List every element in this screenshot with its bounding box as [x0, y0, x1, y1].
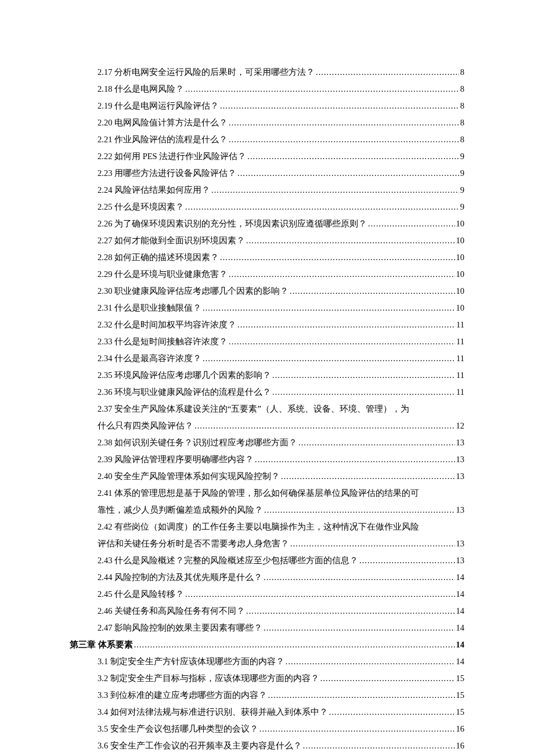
toc-page-ref: 14 [456, 636, 465, 653]
toc-leader [203, 350, 455, 367]
toc-entry[interactable]: 2.43 什么是风险概述？完整的风险概述应至少包括哪些方面的信息？13 [70, 552, 464, 569]
toc-entry[interactable]: 3.2 制定安全生产目标与指标，应该体现哪些方面的内容？15 [70, 670, 464, 687]
toc-entry-label: 2.31 什么是职业接触限值？ [98, 300, 201, 316]
toc-entry[interactable]: 2.23 用哪些方法进行设备风险评估？9 [70, 165, 464, 182]
toc-entry[interactable]: 3.4 如何对法律法规与标准进行识别、获得并融入到体系中？15 [70, 704, 464, 721]
toc-entry[interactable]: 2.44 风险控制的方法及其优先顺序是什么？14 [70, 569, 464, 586]
toc-leader [229, 266, 455, 283]
toc-page-ref: 9 [460, 199, 464, 215]
toc-entry-label: 2.40 安全生产风险管理体系如何实现风险控制？ [98, 468, 280, 485]
toc-entry-label: 2.33 什么是短时间接触容许浓度？ [98, 333, 228, 350]
toc-page-ref: 11 [456, 333, 464, 350]
toc-leader [259, 721, 455, 737]
toc-entry[interactable]: 2.21 作业风险评估的流程是什么？8 [70, 131, 464, 148]
toc-entry[interactable]: 2.29 什么是环境与职业健康危害？10 [70, 266, 464, 283]
toc-page-ref: 13 [456, 552, 465, 569]
toc-page-ref: 10 [456, 232, 465, 249]
toc-entry-label: 2.29 什么是环境与职业健康危害？ [98, 266, 228, 283]
toc-entry[interactable]: 2.36 环境与职业健康风险评估的流程是什么？11 [70, 384, 464, 401]
toc-entry[interactable]: 2.32 什么是时间加权平均容许浓度？11 [70, 316, 464, 333]
toc-entry-label: 3.5 安全生产会议包括哪几种类型的会议？ [98, 721, 258, 737]
toc-leader [298, 434, 455, 451]
toc-page-ref: 14 [456, 569, 465, 586]
toc-entry[interactable]: 2.39 风险评估管理程序要明确哪些内容？13 [70, 451, 464, 468]
toc-entry[interactable]: 2.18 什么是电网风险？8 [70, 81, 464, 98]
toc-page-ref: 10 [456, 300, 465, 316]
toc-entry[interactable]: 3.5 安全生产会议包括哪几种类型的会议？16 [70, 721, 464, 737]
toc-entry[interactable]: 靠性，减少人员判断偏差造成额外的风险？13 [70, 502, 464, 519]
toc-entry[interactable]: 2.31 什么是职业接触限值？10 [70, 300, 464, 316]
toc-entry[interactable]: 3.6 安全生产工作会议的召开频率及主要内容是什么？16 [70, 737, 464, 754]
toc-entry-title: 靠性，减少人员判断偏差造成额外的风险？ [98, 502, 263, 519]
toc-chapter[interactable]: 第三章 体系要素14 [70, 636, 464, 653]
toc-page-ref: 14 [456, 586, 465, 603]
toc-page-ref: 9 [460, 148, 464, 165]
toc-page-ref: 15 [456, 704, 465, 721]
toc-entry[interactable]: 2.20 电网风险值计算方法是什么？8 [70, 114, 464, 131]
toc-entry[interactable]: 2.34 什么是最高容许浓度？11 [70, 350, 464, 367]
toc-entry[interactable]: 2.17 分析电网安全运行风险的后果时，可采用哪些方法？8 [70, 64, 464, 81]
toc-leader [255, 451, 455, 468]
toc-entry[interactable]: 2.28 如何正确的描述环境因素？10 [70, 249, 464, 266]
toc-page-ref: 15 [456, 670, 465, 687]
toc-leader [185, 199, 459, 215]
toc-entry[interactable]: 2.26 为了确保环境因素识别的充分性，环境因素识别应遵循哪些原则？10 [70, 215, 464, 232]
toc-entry[interactable]: 2.45 什么是风险转移？14 [70, 586, 464, 603]
toc-leader [268, 687, 455, 704]
toc-entry-label: 2.34 什么是最高容许浓度？ [98, 350, 201, 367]
toc-entry[interactable]: 3.1 制定安全生产方针应该体现哪些方面的内容？14 [70, 653, 464, 670]
toc-entry-label: 3.1 制定安全生产方针应该体现哪些方面的内容？ [98, 653, 284, 670]
toc-leader [303, 737, 455, 754]
toc-page-ref: 8 [460, 81, 464, 98]
toc-leader [185, 586, 455, 603]
toc-leader [290, 535, 455, 552]
toc-entry-line1[interactable]: 2.42 有些岗位（如调度）的工作任务主要以电脑操作为主，这种情况下在做作业风险 [70, 519, 464, 535]
toc-entry-label: 2.17 分析电网安全运行风险的后果时，可采用哪些方法？ [98, 64, 315, 81]
toc-entry[interactable]: 2.24 风险评估结果如何应用？9 [70, 182, 464, 199]
toc-page-ref: 16 [456, 721, 465, 737]
toc-entry[interactable]: 2.40 安全生产风险管理体系如何实现风险控制？13 [70, 468, 464, 485]
toc-leader [246, 232, 455, 249]
toc-leader [211, 182, 459, 199]
toc-leader [359, 552, 455, 569]
toc-entry[interactable]: 3.3 到位标准的建立应考虑哪些方面的内容？15 [70, 687, 464, 704]
toc-page-ref: 12 [456, 417, 465, 434]
toc-entry-label: 3.3 到位标准的建立应考虑哪些方面的内容？ [98, 687, 267, 704]
toc-entry[interactable]: 2.38 如何识别关键任务？识别过程应考虑哪些方面？13 [70, 434, 464, 451]
toc-page-ref: 8 [460, 64, 464, 81]
toc-page-ref: 10 [456, 215, 465, 232]
toc-leader [229, 333, 455, 350]
toc-page-ref: 11 [456, 367, 464, 384]
toc-entry[interactable]: 2.22 如何用 PES 法进行作业风险评估？9 [70, 148, 464, 165]
toc-leader [264, 502, 455, 519]
toc-entry-label: 2.44 风险控制的方法及其优先顺序是什么？ [98, 569, 262, 586]
toc-page-ref: 8 [460, 131, 464, 148]
toc-page-ref: 14 [456, 603, 465, 620]
toc-entry[interactable]: 2.46 关键任务和高风险任务有何不同？14 [70, 603, 464, 620]
toc-leader [220, 249, 455, 266]
toc-entry-line1[interactable]: 2.37 安全生产风险体系建设关注的“五要素”（人、系统、设备、环境、管理），为 [70, 401, 464, 417]
toc-entry[interactable]: 2.35 环境风险评估应考虑哪几个因素的影响？11 [70, 367, 464, 384]
toc-entry-label: 2.27 如何才能做到全面识别环境因素？ [98, 232, 245, 249]
toc-page-ref: 14 [456, 620, 465, 636]
toc-entry[interactable]: 什么只有四类风险评估？12 [70, 417, 464, 434]
toc-entry-label: 2.47 影响风险控制的效果主要因素有哪些？ [98, 620, 262, 636]
toc-entry[interactable]: 2.25 什么是环境因素？9 [70, 199, 464, 215]
toc-page-ref: 13 [456, 451, 465, 468]
toc-leader [272, 367, 455, 384]
toc-page-ref: 9 [460, 165, 464, 182]
toc-entry[interactable]: 2.33 什么是短时间接触容许浓度？11 [70, 333, 464, 350]
toc-entry-label: 2.43 什么是风险概述？完整的风险概述应至少包括哪些方面的信息？ [98, 552, 358, 569]
toc-entry[interactable]: 2.19 什么是电网运行风险评估？8 [70, 98, 464, 114]
toc-entry[interactable]: 2.30 职业健康风险评估应考虑哪几个因素的影响？10 [70, 283, 464, 300]
toc-entry-line1[interactable]: 2.41 体系的管理思想是基于风险的管理，那么如何确保基层单位风险评估的结果的可 [70, 485, 464, 502]
toc-page-ref: 11 [456, 316, 464, 333]
toc-entry[interactable]: 2.27 如何才能做到全面识别环境因素？10 [70, 232, 464, 249]
toc-page-ref: 13 [456, 434, 465, 451]
toc-leader [320, 670, 455, 687]
toc-entry-label: 2.26 为了确保环境因素识别的充分性，环境因素识别应遵循哪些原则？ [98, 215, 367, 232]
toc-page-ref: 14 [456, 653, 465, 670]
toc-entry[interactable]: 评估和关键任务分析时是否不需要考虑人身危害？13 [70, 535, 464, 552]
toc-entry[interactable]: 2.47 影响风险控制的效果主要因素有哪些？14 [70, 620, 464, 636]
toc-page-ref: 9 [460, 182, 464, 199]
